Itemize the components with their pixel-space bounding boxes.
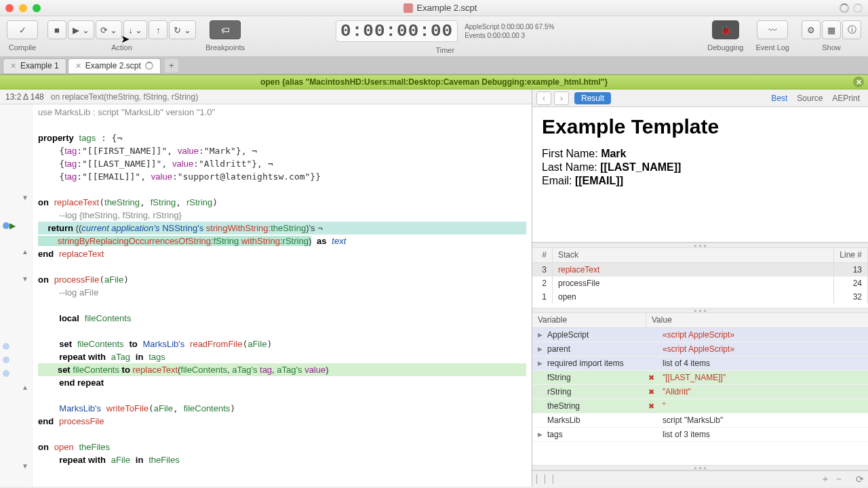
nav-forward-button[interactable]: › (554, 92, 569, 105)
execution-pointer-icon: ▶ (9, 221, 16, 230)
tab-spinner-icon (145, 62, 153, 70)
view-aeprint-button[interactable]: AEPrint (828, 92, 864, 104)
close-window-button[interactable] (5, 4, 14, 12)
step-out-button[interactable]: ↑ (149, 20, 167, 39)
stack-header-line: Line # (834, 248, 868, 262)
stack-row[interactable]: 3replaceText13 (532, 263, 868, 277)
refresh-button[interactable]: ⟳ (856, 474, 864, 485)
timer-info: AppleScript 0:00:00.00 67.5% Events 0:00… (465, 22, 554, 40)
view-source-button[interactable]: Source (793, 92, 827, 104)
status-line: 13:2 Δ 148 on replaceText(theString, fSt… (0, 89, 532, 104)
footer-bar: ⎸⎸⎸ ＋ － ⟳ (532, 470, 868, 487)
action-label: Action (111, 43, 132, 52)
close-tab-icon[interactable]: ✕ (10, 62, 16, 70)
stack-row[interactable]: 1open32 (532, 290, 868, 304)
view-best-button[interactable]: Best (767, 92, 791, 104)
add-button[interactable]: ＋ (821, 473, 830, 485)
document-icon (403, 3, 413, 13)
variable-row[interactable]: ▶parent«script AppleScript» (532, 342, 868, 357)
variable-row[interactable]: ▶tagslist of 3 items (532, 428, 868, 442)
run-button[interactable]: ▶ ⌄ (68, 20, 94, 39)
cursor-position: 13:2 Δ 148 (5, 92, 44, 102)
breakpoint-marker[interactable] (3, 222, 9, 229)
event-banner: open {alias "MacintoshHD:Users:mall:Desk… (0, 75, 868, 89)
splitter[interactable]: ● ● ● (532, 465, 868, 470)
tab-example2[interactable]: ✕Example 2.scpt (68, 58, 161, 73)
stack-row[interactable]: 2processFile24 (532, 277, 868, 290)
gutter[interactable]: ▼ ▶ ▲ ▼ ▲ ▼ (0, 104, 33, 487)
eventlog-button[interactable]: 〰 (757, 20, 788, 39)
var-header-name: Variable (532, 313, 646, 327)
stop-button[interactable]: ■ (47, 20, 66, 39)
show-label: Show (822, 43, 841, 52)
debugging-button[interactable]: 🐞 (712, 20, 739, 39)
zoom-window-button[interactable] (33, 4, 41, 12)
window-title: Example 2.scpt (417, 3, 477, 13)
splitter[interactable]: ● ● ● (532, 308, 868, 313)
timer-display: 0:00:00:00 (336, 20, 458, 42)
variable-row[interactable]: MarksLibscript "MarksLib" (532, 413, 868, 428)
current-function: on replaceText(theString, fString, rStri… (51, 92, 198, 102)
preview-heading: Example Template (542, 115, 859, 138)
toolbar: ✓ Compile ■ ▶ ⌄ ⟳ ⌄ ↓ ⌄ ↑ ↻ ⌄ Action 🏷 B… (0, 16, 868, 57)
stack-header-num: # (532, 248, 553, 262)
timer-label: Timer (435, 46, 454, 54)
variable-row[interactable]: rString✖"Alldritt" (532, 385, 868, 399)
variable-row[interactable]: ▶required import itemslist of 4 items (532, 357, 868, 371)
splitter[interactable]: ● ● ● (532, 243, 868, 248)
step-over-button[interactable]: ↻ ⌄ (169, 20, 196, 39)
step-into-button[interactable]: ↓ ⌄ (123, 20, 147, 39)
stack-header-name: Stack (553, 248, 834, 262)
variable-row[interactable]: fString✖"[[LAST_NAME]]" (532, 371, 868, 385)
variable-row[interactable]: theString✖" (532, 399, 868, 413)
breakpoints-button[interactable]: 🏷 (210, 20, 241, 39)
nav-back-button[interactable]: ‹ (536, 92, 551, 105)
activity-spinner-icon (840, 3, 849, 13)
result-tab[interactable]: Result (574, 92, 611, 104)
variables-pane: Variable Value ▶AppleScript«script Apple… (532, 313, 868, 465)
filter-icon[interactable]: ⎸⎸⎸ (536, 473, 561, 485)
new-tab-button[interactable]: + (165, 59, 178, 73)
show-settings-button[interactable]: ⚙ (802, 20, 821, 39)
minimize-window-button[interactable] (19, 4, 27, 12)
dismiss-banner-button[interactable]: ✕ (853, 77, 864, 87)
titlebar: Example 2.scpt (0, 0, 868, 16)
result-toolbar: ‹ › Result Best Source AEPrint (532, 89, 868, 107)
close-tab-icon[interactable]: ✕ (75, 62, 81, 70)
compile-label: Compile (9, 43, 36, 52)
tab-example1[interactable]: ✕Example 1 (3, 58, 66, 73)
breakpoints-label: Breakpoints (205, 43, 245, 52)
show-panels-button[interactable]: ▦ (822, 20, 841, 39)
show-info-button[interactable]: ⓘ (842, 20, 861, 39)
remove-button[interactable]: － (834, 473, 844, 485)
debugging-label: Debugging (707, 43, 743, 52)
var-header-value: Value (646, 313, 868, 327)
eventlog-label: Event Log (755, 43, 789, 52)
reload-button[interactable]: ⟳ ⌄ (96, 20, 123, 39)
code-editor[interactable]: use MarksLib : script "MarksLib" version… (33, 104, 532, 487)
result-preview: Example Template First Name: Mark Last N… (532, 107, 868, 243)
activity-spinner-icon (853, 3, 863, 13)
compile-button[interactable]: ✓ (7, 20, 38, 39)
stack-pane: # Stack Line # 3replaceText132processFil… (532, 248, 868, 308)
variable-row[interactable]: ▶AppleScript«script AppleScript» (532, 328, 868, 342)
tabbar: ✕Example 1 ✕Example 2.scpt + (0, 57, 868, 75)
